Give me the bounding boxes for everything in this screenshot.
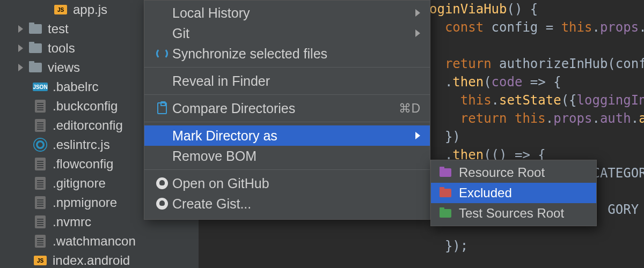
menu-separator [144,67,430,68]
tree-file-indexandroid[interactable]: JS index.android [0,251,199,268]
menu-local-history[interactable]: Local History [144,3,430,23]
menu-git[interactable]: Git [144,23,430,43]
tree-label: .watchmancon [53,234,136,249]
tree-label: views [48,60,80,75]
menu-remove-bom[interactable]: Remove BOM [144,146,430,166]
file-icon [33,217,47,227]
menu-label: Local History [172,5,415,21]
menu-mark-directory-as[interactable]: Mark Directory as [144,125,430,146]
tree-label: .gitignore [53,176,106,191]
tree-label: .buckconfig [53,99,118,114]
expand-arrow-icon [18,25,23,33]
submenu-label: Excluded [459,185,512,200]
menu-separator [144,169,430,170]
menu-compare-dirs[interactable]: Compare Directories ⌘D [144,98,430,118]
folder-red-icon [440,189,451,197]
menu-label: Synchronize selected files [172,46,420,62]
folder-icon [28,24,42,34]
menu-synchronize[interactable]: Synchronize selected files [144,43,430,64]
menu-shortcut: ⌘D [399,101,420,116]
js-file-icon: JS [33,255,47,266]
tree-label: .eslintrc.js [53,137,110,152]
submenu-label: Test Sources Root [459,206,564,221]
file-icon [33,197,47,208]
file-icon [33,236,47,247]
expand-arrow-icon [18,44,23,52]
menu-separator [144,122,430,122]
submenu-test-sources-root[interactable]: Test Sources Root [431,203,596,224]
folder-icon [28,43,42,54]
submenu-excluded[interactable]: Excluded [431,183,596,203]
sync-icon [153,48,171,59]
menu-label: Reveal in Finder [172,73,420,89]
menu-label: Open on GitHub [172,176,420,191]
tree-label: .nvmrc [53,214,91,229]
tree-label: .flowconfig [53,157,113,172]
github-icon [153,198,171,210]
folder-purple-icon [440,168,451,177]
tree-label: .babelrc [53,79,98,94]
tree-label: index.android [53,253,130,268]
submenu-label: Resource Root [459,165,545,180]
menu-separator [144,94,430,95]
tree-label: .editorconfig [53,118,123,133]
submenu-arrow-icon [415,9,420,17]
submenu-arrow-icon [415,132,420,139]
menu-label: Mark Directory as [172,128,415,144]
tree-label: .npmignore [53,195,117,210]
menu-label: Remove BOM [172,148,420,164]
tree-label: tools [48,41,75,56]
menu-create-gist[interactable]: Create Gist... [144,193,430,214]
file-icon [33,178,47,189]
expand-arrow-icon [18,64,23,71]
menu-reveal-finder[interactable]: Reveal in Finder [144,71,430,91]
context-menu: Local History Git Synchronize selected f… [144,0,430,220]
folder-icon [28,62,42,73]
menu-label: Compare Directories [172,101,399,116]
tree-label: app.js [73,2,107,17]
mark-directory-submenu: Resource Root Excluded Test Sources Root [430,160,597,226]
gear-icon [33,139,47,150]
file-icon [33,159,47,169]
folder-green-icon [440,209,451,218]
tree-label: test [48,21,69,36]
json-file-icon: JSON [33,81,47,92]
menu-label: Git [172,26,415,41]
submenu-arrow-icon [415,29,420,37]
github-icon [153,177,171,189]
file-icon [33,101,47,111]
menu-label: Create Gist... [172,196,420,212]
tree-file-watchmancon[interactable]: .watchmancon [0,232,199,251]
submenu-resource-root[interactable]: Resource Root [431,162,596,183]
clipboard-icon [153,102,171,114]
menu-open-github[interactable]: Open on GitHub [144,173,430,193]
file-icon [33,120,47,131]
js-file-icon: JS [54,4,68,15]
